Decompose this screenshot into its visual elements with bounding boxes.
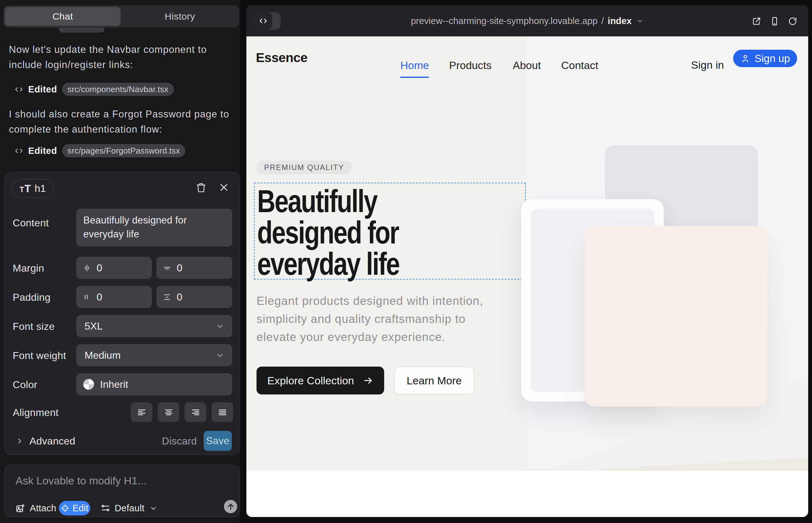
- font-size-label: Font size: [13, 321, 55, 332]
- color-value: Inherit: [100, 379, 128, 390]
- chevron-down-icon: [149, 504, 157, 512]
- chevron-down-icon: [636, 17, 644, 25]
- code-icon: [15, 85, 23, 94]
- align-center-icon: [164, 408, 174, 417]
- edit-mode-pill[interactable]: Edit: [59, 501, 90, 516]
- mode-selector[interactable]: Default: [101, 501, 157, 516]
- site-logo[interactable]: Essence: [256, 50, 307, 65]
- edited-label: Edited: [28, 146, 57, 156]
- edited-label: Edited: [28, 84, 57, 95]
- edited-file-pill[interactable]: src/pages/ForgotPassword.tsx: [62, 144, 185, 157]
- color-select[interactable]: Inherit: [76, 373, 232, 395]
- font-weight-select[interactable]: Medium: [76, 344, 232, 366]
- nav-link-contact[interactable]: Contact: [561, 59, 598, 72]
- target-icon: [61, 504, 69, 512]
- discard-button[interactable]: Discard: [162, 431, 197, 451]
- mobile-view-button[interactable]: [770, 16, 779, 26]
- font-size-value: 5XL: [85, 320, 103, 332]
- refresh-button[interactable]: [788, 16, 797, 26]
- save-button[interactable]: Save: [204, 431, 232, 451]
- color-swatch: [83, 379, 94, 390]
- url-page: index: [608, 16, 632, 26]
- sign-in-link[interactable]: Sign in: [691, 59, 724, 71]
- next-section-background: [246, 471, 808, 517]
- chat-panel: Chat History Now let's update the Navbar…: [0, 0, 240, 523]
- delete-element-button[interactable]: [196, 182, 207, 193]
- edited-file-row: Edited src/components/Navbar.tsx: [15, 83, 174, 96]
- hero-heading: Beautifully designed for everyday life: [257, 185, 465, 279]
- content-input[interactable]: Beautifully designed for everyday life: [76, 209, 232, 247]
- trash-icon: [196, 182, 207, 193]
- padding-y-value: 0: [177, 291, 182, 303]
- explore-collection-button[interactable]: Explore Collection: [257, 366, 384, 395]
- chat-message: Now let's update the Navbar component to…: [9, 42, 231, 72]
- attach-image-icon: [16, 503, 25, 513]
- align-center-button[interactable]: [158, 402, 179, 422]
- chat-message: I should also create a Forgot Password p…: [9, 107, 231, 137]
- margin-horizontal-icon: [83, 264, 91, 272]
- align-justify-icon: [217, 408, 227, 417]
- advanced-toggle[interactable]: Advanced: [16, 431, 75, 451]
- edit-label: Edit: [72, 503, 88, 513]
- attach-button[interactable]: Attach: [16, 501, 56, 516]
- margin-label: Margin: [13, 263, 44, 274]
- code-icon: [15, 147, 23, 155]
- tab-history[interactable]: History: [122, 7, 238, 26]
- quality-badge: PREMIUM QUALITY: [257, 161, 352, 174]
- selected-element-pill[interactable]: TT h1: [12, 179, 54, 198]
- content-label: Content: [13, 217, 49, 229]
- preview-pane: preview--charming-site-symphony.lovable.…: [246, 5, 808, 517]
- url-domain: preview--charming-site-symphony.lovable.…: [411, 16, 597, 26]
- hero-section: Essence Home Products About Contact Sign…: [246, 36, 808, 471]
- align-left-button[interactable]: [131, 402, 152, 422]
- color-label: Color: [13, 379, 37, 391]
- margin-x-input[interactable]: 0: [76, 257, 152, 279]
- margin-x-value: 0: [96, 262, 102, 274]
- panel-tabbar: Chat History: [3, 5, 240, 28]
- website-preview: Essence Home Products About Contact Sign…: [246, 36, 808, 517]
- mode-label: Default: [114, 503, 144, 513]
- margin-y-value: 0: [177, 262, 182, 274]
- font-size-select[interactable]: 5XL: [76, 315, 232, 337]
- attach-label: Attach: [30, 503, 56, 513]
- margin-y-input[interactable]: 0: [156, 257, 232, 279]
- padding-x-input[interactable]: 0: [76, 286, 152, 308]
- sliders-icon: [101, 503, 110, 513]
- margin-vertical-icon: [163, 264, 171, 272]
- element-editor-panel: TT h1 Content Beautifully designed for e…: [4, 172, 240, 455]
- mobile-icon: [770, 16, 779, 26]
- font-weight-value: Medium: [85, 349, 121, 361]
- element-selection-outline[interactable]: Beautifully designed for everyday life: [254, 183, 526, 279]
- composer-input[interactable]: [16, 474, 231, 493]
- explore-label: Explore Collection: [267, 375, 354, 387]
- nav-link-products[interactable]: Products: [449, 59, 492, 72]
- nav-link-about[interactable]: About: [513, 59, 541, 72]
- edited-file-pill[interactable]: src/components/Navbar.tsx: [62, 83, 174, 96]
- url-separator: /: [601, 16, 604, 26]
- send-button[interactable]: [224, 500, 237, 513]
- element-tag: h1: [35, 183, 46, 194]
- padding-label: Padding: [13, 292, 51, 303]
- padding-y-input[interactable]: 0: [156, 286, 232, 308]
- url-breadcrumb[interactable]: preview--charming-site-symphony.lovable.…: [246, 5, 808, 36]
- align-right-button[interactable]: [184, 402, 206, 422]
- close-editor-button[interactable]: [219, 182, 229, 193]
- padding-x-value: 0: [96, 291, 102, 303]
- tab-chat[interactable]: Chat: [5, 7, 121, 26]
- tab-chat-label: Chat: [53, 11, 73, 22]
- sign-up-button[interactable]: Sign up: [733, 50, 797, 67]
- nav-link-home[interactable]: Home: [400, 59, 429, 72]
- text-type-icon: TT: [20, 183, 31, 195]
- tab-history-label: History: [165, 11, 195, 22]
- learn-more-button[interactable]: Learn More: [394, 366, 474, 395]
- sign-up-label: Sign up: [755, 53, 790, 65]
- external-link-icon: [752, 16, 761, 26]
- open-external-button[interactable]: [752, 16, 761, 26]
- edited-file-row: Edited src/pages/ForgotPassword.tsx: [15, 144, 185, 157]
- hero-description: Elegant products designed with intention…: [257, 292, 486, 346]
- align-justify-button[interactable]: [212, 402, 233, 422]
- browser-chrome: preview--charming-site-symphony.lovable.…: [246, 5, 808, 36]
- refresh-icon: [788, 16, 797, 26]
- active-nav-underline: [400, 77, 429, 78]
- align-left-icon: [137, 408, 147, 417]
